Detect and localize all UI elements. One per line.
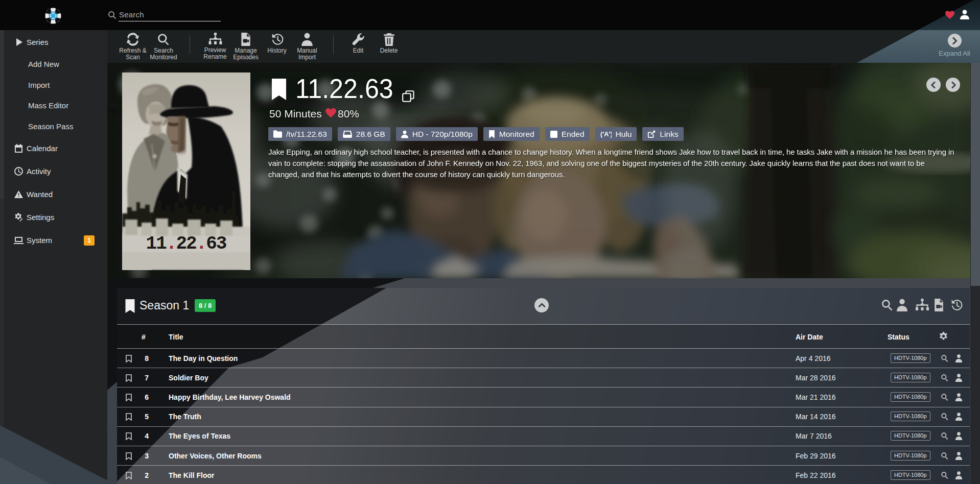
svg-text:('A'): ('A') — [600, 131, 612, 138]
